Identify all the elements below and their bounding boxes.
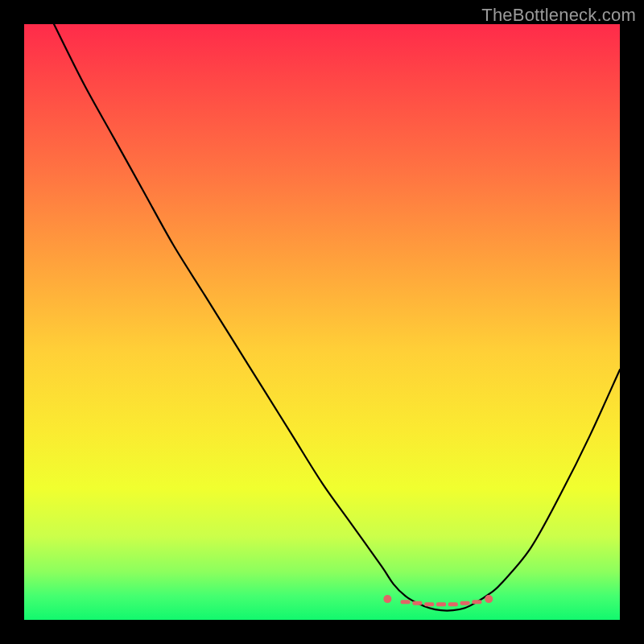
optimal-band-markers [383,595,493,606]
marker-dot [485,595,493,603]
marker-dash [401,600,411,604]
marker-dash [472,600,481,604]
bottleneck-curve-path [54,24,620,611]
marker-dot [383,595,391,603]
watermark-text: TheBottleneck.com [481,5,636,26]
plot-area [24,24,620,620]
marker-dash [424,602,434,606]
marker-dash [412,601,422,605]
marker-dash [448,602,458,606]
curve-layer [24,24,620,620]
marker-dash [460,601,470,605]
chart-frame: TheBottleneck.com [0,0,644,644]
marker-dash [436,602,446,606]
